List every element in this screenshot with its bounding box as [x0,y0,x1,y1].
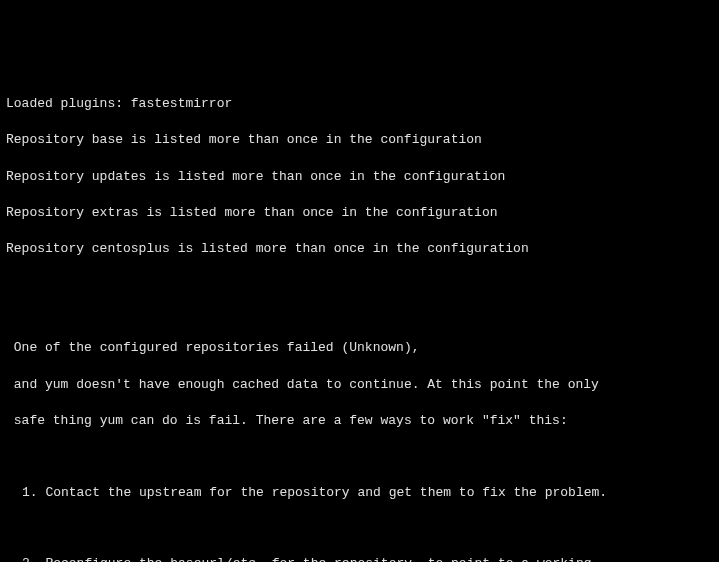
terminal-output: Loaded plugins: fastestmirror Repository… [6,77,713,562]
repo-warning-extras: Repository extras is listed more than on… [6,204,713,222]
repo-warning-base: Repository base is listed more than once… [6,131,713,149]
repo-warning-centosplus: Repository centosplus is listed more tha… [6,240,713,258]
fix-item-1: 1. Contact the upstream for the reposito… [6,484,713,502]
error-line-1: One of the configured repositories faile… [6,339,713,357]
error-line-3: safe thing yum can do is fail. There are… [6,412,713,430]
fix-item-2-line-1: 2. Reconfigure the baseurl/etc. for the … [6,555,713,562]
repo-warning-updates: Repository updates is listed more than o… [6,168,713,186]
plugins-line: Loaded plugins: fastestmirror [6,95,713,113]
error-line-2: and yum doesn't have enough cached data … [6,376,713,394]
